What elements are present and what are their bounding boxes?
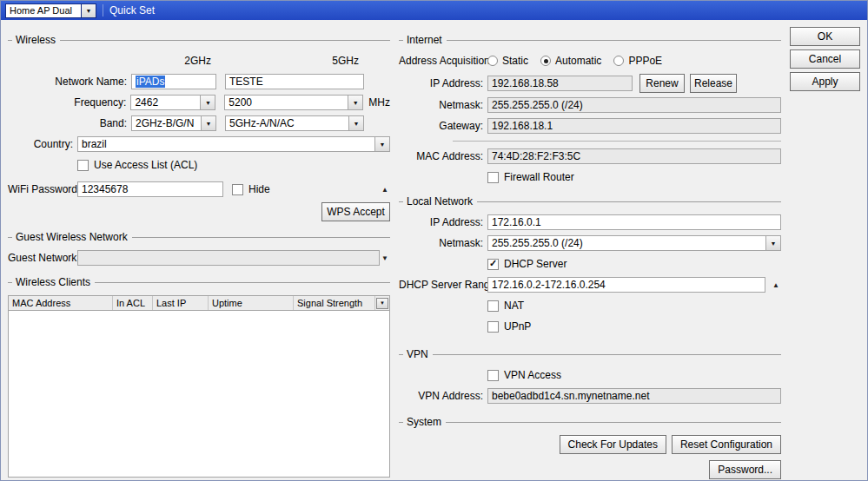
- upnp-checkbox[interactable]: [487, 321, 499, 333]
- column-header-in-acl[interactable]: In ACL: [113, 296, 153, 310]
- cancel-button[interactable]: Cancel: [790, 49, 860, 69]
- wan-netmask-label: Netmask:: [399, 99, 487, 111]
- collapse-up-icon[interactable]: ▲: [380, 186, 390, 194]
- wifi-password-label: WiFi Password:: [8, 183, 77, 195]
- wifi-password-row: WiFi Password: 12345678 Hide ▲: [8, 181, 390, 197]
- hide-password-checkbox[interactable]: [232, 184, 243, 195]
- wireless-clients-group-header: Wireless Clients: [8, 276, 390, 288]
- guest-network-row: Guest Network: ▼: [8, 250, 390, 266]
- router-mode-combo[interactable]: Home AP Dual ▼: [5, 3, 96, 18]
- frequency-2ghz-combo[interactable]: 2462 ▼: [130, 95, 215, 110]
- radio-static[interactable]: Static: [487, 55, 528, 67]
- ok-button[interactable]: OK: [790, 27, 860, 46]
- dhcp-range-input[interactable]: 172.16.0.2-172.16.0.254: [487, 277, 765, 293]
- lan-ip-input[interactable]: 172.16.0.1: [487, 214, 781, 230]
- firewall-router-checkbox[interactable]: [487, 172, 499, 183]
- firewall-router-row: Firewall Router: [399, 169, 781, 185]
- router-mode-value[interactable]: Home AP Dual: [5, 3, 82, 18]
- frequency-2ghz-value[interactable]: 2462: [130, 95, 201, 110]
- column-header-uptime[interactable]: Uptime: [209, 296, 294, 310]
- upnp-label: UPnP: [504, 320, 531, 333]
- chevron-down-icon[interactable]: ▼: [375, 136, 390, 152]
- collapse-up-icon[interactable]: ▲: [771, 281, 781, 289]
- radio-pppoe[interactable]: PPPoE: [613, 55, 662, 67]
- lan-netmask-combo[interactable]: 255.255.255.0 (/24) ▼: [487, 235, 781, 251]
- column-header-last-ip[interactable]: Last IP: [153, 296, 209, 310]
- network-name-2ghz-input[interactable]: iPADs: [131, 74, 216, 89]
- vpn-address-label: VPN Address:: [399, 390, 487, 402]
- gateway-value: 192.168.18.1: [487, 118, 781, 134]
- password-row: Password...: [399, 460, 781, 478]
- frequency-5ghz-value[interactable]: 5200: [224, 95, 348, 110]
- wifi-password-input[interactable]: 12345678: [77, 181, 223, 197]
- radio-static-icon[interactable]: [487, 56, 498, 66]
- band-5ghz-value[interactable]: 5GHz-A/N/AC: [225, 115, 349, 131]
- frequency-5ghz-combo[interactable]: 5200 ▼: [224, 95, 363, 110]
- country-value[interactable]: brazil: [77, 136, 375, 152]
- network-name-label: Network Name:: [8, 76, 131, 88]
- lan-ip-row: IP Address: 172.16.0.1: [399, 214, 781, 230]
- wps-row: WPS Accept: [8, 202, 390, 221]
- renew-button[interactable]: Renew: [639, 74, 685, 93]
- lan-ip-label: IP Address:: [399, 216, 487, 228]
- wireless-clients-table: MAC Address In ACL Last IP Uptime Signal…: [8, 295, 390, 478]
- system-buttons-row: Check For Updates Reset Configuration: [399, 435, 781, 453]
- use-access-list-checkbox[interactable]: [77, 160, 89, 171]
- table-columns-dropdown-icon[interactable]: ▼: [376, 298, 388, 309]
- internet-group-header: Internet: [399, 34, 781, 46]
- wps-accept-button[interactable]: WPS Accept: [321, 202, 390, 221]
- radio-automatic[interactable]: Automatic: [540, 55, 601, 67]
- expand-down-icon[interactable]: ▼: [380, 254, 390, 262]
- band-row: Band: 2GHz-B/G/N ▼ 5GHz-A/N/AC ▼: [8, 115, 390, 131]
- dhcp-server-label: DHCP Server: [504, 258, 567, 270]
- chevron-down-icon[interactable]: ▼: [349, 115, 364, 131]
- guest-network-label: Guest Network:: [8, 252, 77, 264]
- column-header-signal-strength[interactable]: Signal Strength: [294, 296, 375, 310]
- column-2ghz-label: 2GHz: [131, 55, 216, 67]
- lan-netmask-value[interactable]: 255.255.255.0 (/24): [487, 235, 766, 251]
- wireless-clients-table-body[interactable]: [9, 311, 389, 477]
- wireless-clients-table-header: MAC Address In ACL Last IP Uptime Signal…: [9, 296, 389, 311]
- wan-netmask-row: Netmask: 255.255.255.0 (/24): [399, 97, 781, 113]
- check-for-updates-button[interactable]: Check For Updates: [560, 435, 666, 454]
- network-name-2ghz-value: iPADs: [136, 76, 165, 88]
- guest-group-header: Guest Wireless Network: [8, 231, 390, 243]
- nat-row: NAT: [399, 298, 781, 313]
- frequency-row: Frequency: 2462 ▼ 5200 ▼ MHz: [8, 95, 390, 110]
- radio-static-label: Static: [502, 55, 528, 67]
- network-name-5ghz-input[interactable]: TESTE: [225, 74, 364, 89]
- radio-pppoe-icon[interactable]: [613, 56, 624, 66]
- radio-automatic-icon[interactable]: [540, 56, 551, 66]
- band-2ghz-value[interactable]: 2GHz-B/G/N: [131, 115, 202, 131]
- wan-ip-row: IP Address: 192.168.18.58 Renew Release: [399, 74, 781, 92]
- wireless-clients-group-label: Wireless Clients: [15, 276, 91, 288]
- dialog-action-buttons: OK Cancel Apply: [790, 27, 860, 91]
- chevron-down-icon[interactable]: ▼: [201, 95, 215, 110]
- country-combo[interactable]: brazil ▼: [77, 136, 390, 152]
- nat-checkbox[interactable]: [487, 300, 499, 312]
- dhcp-server-checkbox[interactable]: [487, 259, 499, 270]
- band-2ghz-combo[interactable]: 2GHz-B/G/N ▼: [131, 115, 216, 131]
- network-name-5ghz-value: TESTE: [229, 76, 263, 88]
- chevron-down-icon[interactable]: ▼: [202, 115, 216, 131]
- mac-address-label: MAC Address:: [399, 150, 487, 162]
- chevron-down-icon[interactable]: ▼: [348, 95, 363, 110]
- gateway-label: Gateway:: [399, 120, 487, 132]
- chevron-down-icon[interactable]: ▼: [82, 3, 96, 18]
- system-group-header: System: [399, 416, 781, 428]
- firewall-router-label: Firewall Router: [504, 171, 574, 183]
- column-header-mac-address[interactable]: MAC Address: [9, 296, 113, 310]
- guest-group-label: Guest Wireless Network: [15, 231, 129, 243]
- chevron-down-icon[interactable]: ▼: [766, 235, 781, 251]
- reset-configuration-button[interactable]: Reset Configuration: [672, 435, 781, 454]
- system-group-label: System: [406, 416, 442, 428]
- apply-button[interactable]: Apply: [790, 72, 860, 91]
- vpn-access-checkbox[interactable]: [487, 370, 499, 381]
- release-button[interactable]: Release: [690, 74, 737, 93]
- wireless-group-label: Wireless: [15, 34, 56, 46]
- hide-password-label: Hide: [248, 183, 270, 195]
- password-button[interactable]: Password...: [709, 460, 781, 479]
- band-5ghz-combo[interactable]: 5GHz-A/N/AC ▼: [225, 115, 364, 131]
- internet-separator: [453, 141, 781, 142]
- local-network-group-header: Local Network: [399, 195, 781, 208]
